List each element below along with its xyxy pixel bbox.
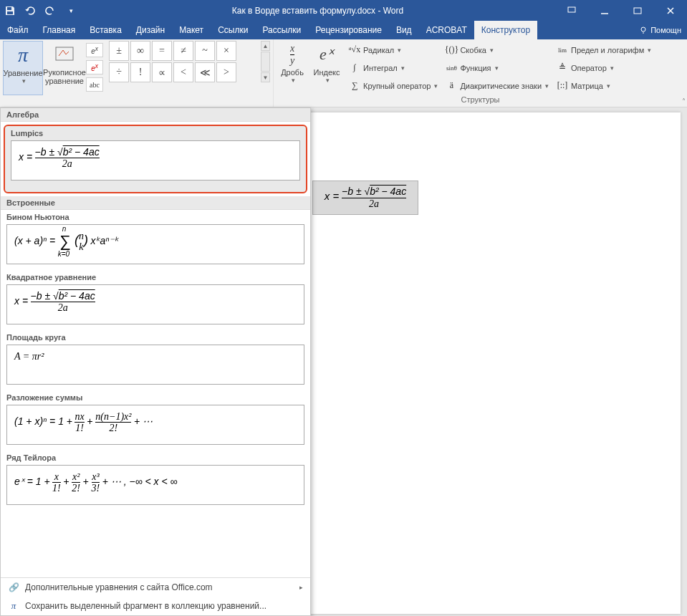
professional-button[interactable]: ex [86,43,103,57]
group-structures: xy Дробь▾ eˣ Индекс▾ ⁿ√xРадикал▾ ∫Интегр… [274,39,687,107]
equation-options: ex ex abc [86,41,103,92]
document-area: x = −b ± √b² − 4ac2a Алгебра Lumpics x =… [0,107,687,616]
symbol-scroll: ▲ ▼ [261,41,270,82]
tab-design[interactable]: Дизайн [129,21,172,39]
structure-col1: ⁿ√xРадикал▾ ∫Интеграл▾ ∑Крупный оператор… [345,41,441,95]
accent-button[interactable]: äДиакритические знаки▾ [442,80,552,92]
svg-rect-7 [56,47,73,60]
symbol-gt[interactable]: > [216,62,236,82]
svg-rect-2 [568,7,575,12]
tab-layout[interactable]: Макет [172,21,211,39]
tab-file[interactable]: Файл [0,21,36,39]
tab-insert[interactable]: Вставка [82,21,129,39]
collapse-ribbon-button[interactable]: ˄ [682,97,686,105]
symbol-infinity[interactable]: ∞ [130,41,150,61]
equation-text: x = −b ± √b² − 4ac2a [325,186,406,209]
save-selection-link[interactable]: π Сохранить выделенный фрагмент в коллек… [1,597,310,615]
limit-button[interactable]: limПредел и логарифм▾ [553,44,654,56]
document-title: Как в Ворде вставить формулу.docx - Word [80,6,555,16]
quick-access-toolbar: ▾ [0,0,80,21]
matrix-icon: [::] [556,80,569,92]
matrix-button[interactable]: [::]Матрица▾ [553,80,613,92]
gallery-item-binom[interactable]: (x + a)ⁿ = ∑nk=0 (nk) xᵏaⁿ⁻ᵏ [6,224,304,264]
function-icon: sinθ [445,62,458,74]
symbol-lt[interactable]: < [173,62,193,82]
fraction-button[interactable]: xy Дробь▾ [277,41,308,95]
symbol-grid: ± ∞ = ≠ ~ × ÷ ! ∝ < ≪ > [109,41,258,82]
operator-icon: ≜ [556,62,569,74]
ink-label: Рукописное уравнение [43,68,86,85]
symbol-scroll-up[interactable]: ▲ [261,41,270,51]
svg-point-5 [641,27,645,32]
symbol-more[interactable]: ▼ [261,72,270,82]
svg-rect-4 [634,8,641,14]
symbol-div[interactable]: ÷ [109,62,129,82]
gallery-section-lumpics: Lumpics x = −b ± √b² − 4ac2a [4,125,307,193]
linear-button[interactable]: ex [86,60,103,74]
radical-button[interactable]: ⁿ√xРадикал▾ [345,44,404,56]
svg-rect-1 [7,11,13,14]
normal-text-button[interactable]: abc [86,77,103,92]
ink-icon [54,46,75,63]
gallery-item-quadratic[interactable]: x = −b ± √b² − 4ac2a [6,284,304,324]
gallery-item-circle-title: Площадь круга [1,330,310,343]
tab-equation-design[interactable]: Конструктор [474,21,537,39]
symbol-eq[interactable]: = [152,41,172,61]
symbol-ll[interactable]: ≪ [195,62,215,82]
integral-icon: ∫ [348,62,361,74]
structure-col2: {()}Скобка▾ sinθФункция▾ äДиакритические… [442,41,552,95]
tab-references[interactable]: Ссылки [211,21,255,39]
save-button[interactable] [0,1,20,20]
bracket-icon: {()} [445,44,458,56]
window-controls [555,0,687,21]
gallery-item-expansion[interactable]: (1 + x)ⁿ = 1 + nx1! + n(n−1)x²2! + ⋯ [6,405,304,445]
integral-button[interactable]: ∫Интеграл▾ [345,62,408,74]
ribbon-options-icon [567,6,576,15]
symbol-factorial[interactable]: ! [130,62,150,82]
function-button[interactable]: sinθФункция▾ [442,62,501,74]
minimize-icon [600,6,609,15]
tab-acrobat[interactable]: ACROBAT [419,21,474,39]
tell-me[interactable]: Помощн [633,21,687,39]
ribbon: π Уравнение ▾ Рукописное уравнение ex ex… [0,39,687,107]
limit-icon: lim [556,44,569,56]
tab-home[interactable]: Главная [36,21,83,39]
redo-button[interactable] [40,1,60,20]
tab-view[interactable]: Вид [389,21,419,39]
gallery-item-taylor-title: Ряд Тейлора [1,451,310,463]
script-button[interactable]: eˣ Индекс▾ [309,41,344,95]
sum-icon: ∑ [348,80,361,92]
minimize-button[interactable] [588,0,621,21]
symbol-pm[interactable]: ± [109,41,129,61]
ribbon-display-button[interactable] [555,0,588,21]
bracket-button[interactable]: {()}Скобка▾ [442,44,496,56]
title-bar: ▾ Как в Ворде вставить формулу.docx - Wo… [0,0,687,21]
qat-customize-button[interactable]: ▾ [60,1,80,20]
close-button[interactable] [654,0,687,21]
gallery-item-quadratic-title: Квадратное уравнение [1,270,310,283]
equation-button[interactable]: π Уравнение ▾ [3,41,43,95]
group-structures-label: Структуры [277,95,684,107]
tab-review[interactable]: Рецензирование [308,21,389,39]
large-operator-button[interactable]: ∑Крупный оператор▾ [345,80,441,92]
symbol-neq[interactable]: ≠ [173,41,193,61]
more-equations-link[interactable]: 🔗 Дополнительные уравнения с сайта Offic… [1,578,310,597]
ink-equation-button[interactable]: Рукописное уравнение [44,41,85,95]
symbol-times[interactable]: × [216,41,236,61]
undo-icon [25,6,35,16]
maximize-icon [633,6,642,15]
symbol-propto[interactable]: ∝ [152,62,172,82]
symbol-tilde[interactable]: ~ [195,41,215,61]
equation-label: Уравнение [3,69,42,77]
gallery-item-circle[interactable]: A = πr² [6,345,304,385]
gallery-item-taylor[interactable]: eˣ = 1 + x1! + x²2! + x³3! + ⋯ , −∞ < x … [6,465,304,505]
tab-mailings[interactable]: Рассылки [255,21,308,39]
gallery-item-lumpics[interactable]: x = −b ± √b² − 4ac2a [11,140,300,181]
equation-object[interactable]: x = −b ± √b² − 4ac2a [312,181,418,215]
maximize-button[interactable] [621,0,654,21]
group-tools: π Уравнение ▾ Рукописное уравнение ex ex… [0,39,106,107]
undo-button[interactable] [20,1,40,20]
gallery-header-algebra: Алгебра [1,108,310,122]
equation-gallery-dropdown: Алгебра Lumpics x = −b ± √b² − 4ac2a Вст… [0,107,311,616]
operator-button[interactable]: ≜Оператор▾ [553,62,617,74]
